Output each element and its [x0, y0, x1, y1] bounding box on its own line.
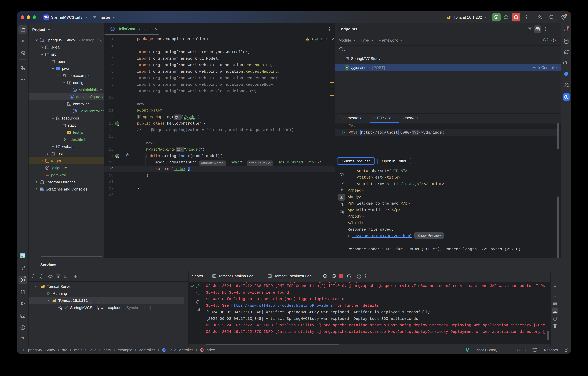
svg-text:m: m: [46, 173, 49, 177]
svg-text:?: ?: [23, 53, 24, 55]
svg-text:JS: JS: [68, 131, 71, 134]
svg-text:m: m: [201, 349, 203, 351]
